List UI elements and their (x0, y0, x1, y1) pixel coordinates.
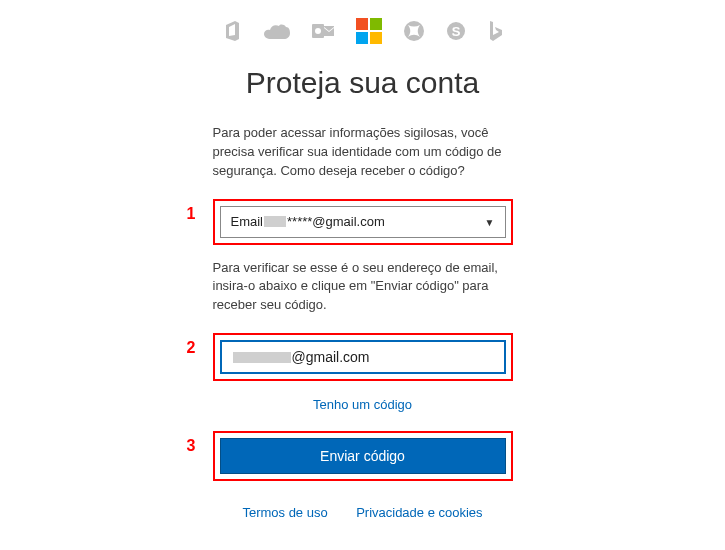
page-title: Proteja sua conta (0, 66, 725, 100)
xbox-icon (404, 21, 424, 41)
annotation-1: 1 (187, 205, 196, 223)
skype-icon: S (446, 21, 466, 41)
annotation-2: 2 (187, 339, 196, 357)
office-icon (224, 21, 242, 41)
annotation-box-1: Email *****@gmail.com ▼ (213, 199, 513, 245)
have-code-link[interactable]: Tenho um código (313, 397, 412, 412)
chevron-down-icon: ▼ (485, 216, 495, 227)
bing-icon (488, 21, 502, 41)
privacy-link[interactable]: Privacidade e cookies (356, 505, 482, 520)
send-code-button[interactable]: Enviar código (220, 438, 506, 474)
redacted-email-prefix (264, 216, 286, 227)
svg-text:S: S (451, 24, 460, 39)
annotation-box-3: Enviar código (213, 431, 513, 481)
annotation-box-2: @gmail.com (213, 333, 513, 381)
svg-rect-1 (315, 28, 321, 34)
instruction-text: Para verificar se esse é o seu endereço … (213, 259, 513, 316)
brand-icon-row: S (0, 18, 725, 44)
microsoft-logo-icon (356, 18, 382, 44)
terms-link[interactable]: Termos de uso (242, 505, 327, 520)
redacted-email-local (233, 352, 291, 363)
verification-method-select[interactable]: Email *****@gmail.com ▼ (220, 206, 506, 238)
intro-text: Para poder acessar informações sigilosas… (213, 124, 513, 181)
email-input-suffix: @gmail.com (292, 349, 370, 365)
annotation-3: 3 (187, 437, 196, 455)
select-value-prefix: Email (231, 214, 264, 229)
outlook-icon (312, 22, 334, 40)
email-input[interactable]: @gmail.com (220, 340, 506, 374)
footer-links: Termos de uso Privacidade e cookies (213, 503, 513, 521)
onedrive-icon (264, 23, 290, 39)
select-value-masked: *****@gmail.com (287, 214, 385, 229)
